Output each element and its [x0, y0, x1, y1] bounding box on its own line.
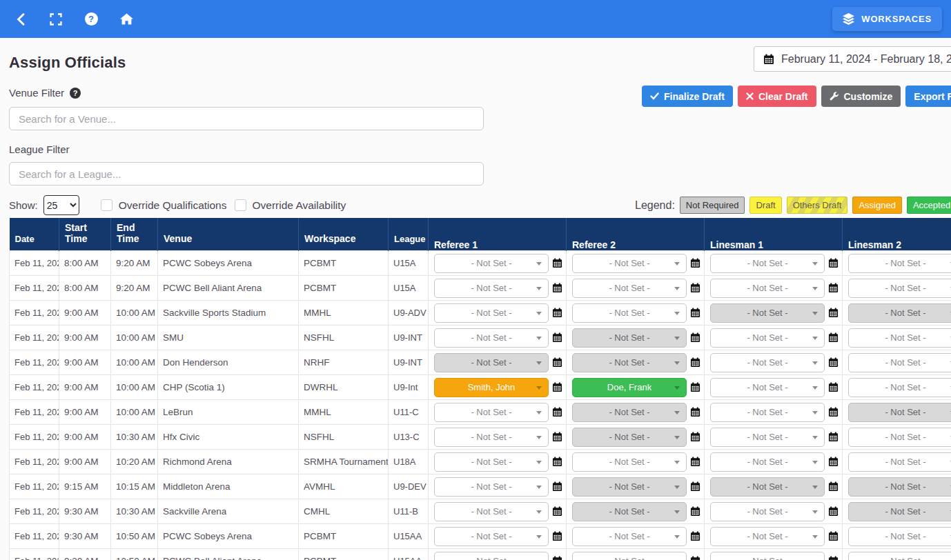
- calendar-icon[interactable]: [552, 283, 563, 294]
- official-select[interactable]: - Not Set -: [710, 527, 825, 546]
- calendar-icon[interactable]: [690, 407, 701, 418]
- calendar-icon[interactable]: [552, 432, 563, 443]
- official-select[interactable]: - Not Set -: [434, 452, 549, 472]
- calendar-icon[interactable]: [552, 332, 563, 343]
- workspaces-button[interactable]: WORKSPACES: [832, 7, 942, 31]
- calendar-icon[interactable]: [552, 531, 563, 542]
- home-icon[interactable]: [118, 11, 135, 28]
- calendar-icon[interactable]: [690, 332, 701, 343]
- official-select[interactable]: - Not Set -: [434, 328, 549, 348]
- official-select[interactable]: - Not Set -: [434, 254, 549, 273]
- calendar-icon[interactable]: [552, 357, 563, 368]
- official-select: - Not Set -: [848, 502, 951, 521]
- official-select-value: - Not Set -: [609, 457, 649, 467]
- official-select[interactable]: - Not Set -: [848, 279, 951, 298]
- calendar-icon[interactable]: [690, 481, 701, 492]
- calendar-icon[interactable]: [690, 357, 701, 368]
- override-qualifications-checkbox[interactable]: [101, 199, 112, 211]
- finalize-draft-button[interactable]: Finalize Draft: [642, 86, 733, 107]
- official-select[interactable]: - Not Set -: [848, 353, 951, 372]
- calendar-icon[interactable]: [690, 308, 701, 319]
- official-select[interactable]: - Not Set -: [710, 452, 825, 472]
- calendar-icon[interactable]: [690, 531, 701, 542]
- calendar-icon[interactable]: [828, 258, 839, 269]
- official-select[interactable]: - Not Set -: [572, 254, 687, 273]
- official-select[interactable]: - Not Set -: [848, 452, 951, 472]
- export-full-report-button[interactable]: Export Full Re: [905, 86, 951, 107]
- calendar-icon[interactable]: [552, 556, 563, 560]
- cell-venue: Richmond Arena: [158, 450, 299, 474]
- calendar-icon[interactable]: [828, 506, 839, 517]
- calendar-icon[interactable]: [552, 481, 563, 492]
- calendar-icon[interactable]: [690, 258, 701, 269]
- official-select[interactable]: - Not Set -: [572, 552, 687, 560]
- official-select[interactable]: - Not Set -: [434, 552, 549, 560]
- date-range-picker[interactable]: February 11, 2024 - February 18, 20: [754, 46, 951, 72]
- calendar-icon[interactable]: [828, 432, 839, 443]
- calendar-icon[interactable]: [690, 283, 701, 294]
- cell-end-time: 10:30 AM: [111, 425, 158, 450]
- official-select[interactable]: - Not Set -: [848, 552, 951, 560]
- official-select[interactable]: - Not Set -: [710, 328, 825, 348]
- official-select: - Not Set -: [848, 303, 951, 323]
- calendar-icon[interactable]: [828, 481, 839, 492]
- cell-official: - Not Set -: [843, 549, 951, 560]
- calendar-icon[interactable]: [828, 283, 839, 294]
- official-select[interactable]: - Not Set -: [710, 428, 825, 447]
- official-select[interactable]: - Not Set -: [434, 527, 549, 546]
- official-select[interactable]: - Not Set -: [710, 552, 825, 560]
- official-select[interactable]: Smith, John: [434, 378, 549, 397]
- calendar-icon[interactable]: [828, 407, 839, 418]
- official-select[interactable]: - Not Set -: [710, 403, 825, 422]
- calendar-icon[interactable]: [552, 407, 563, 418]
- calendar-icon[interactable]: [552, 258, 563, 269]
- official-select[interactable]: - Not Set -: [848, 527, 951, 546]
- calendar-icon[interactable]: [552, 457, 563, 468]
- calendar-icon[interactable]: [828, 357, 839, 368]
- official-select[interactable]: - Not Set -: [572, 527, 687, 546]
- calendar-icon[interactable]: [552, 382, 563, 393]
- official-select[interactable]: - Not Set -: [572, 452, 687, 472]
- override-availability-checkbox[interactable]: [235, 199, 246, 211]
- official-select[interactable]: - Not Set -: [848, 254, 951, 273]
- customize-button[interactable]: Customize: [821, 86, 901, 107]
- calendar-icon[interactable]: [828, 382, 839, 393]
- official-select[interactable]: - Not Set -: [710, 353, 825, 372]
- official-select[interactable]: - Not Set -: [848, 378, 951, 397]
- help-icon[interactable]: ?: [83, 11, 99, 28]
- official-select[interactable]: - Not Set -: [710, 502, 825, 521]
- calendar-icon[interactable]: [828, 556, 839, 560]
- official-select[interactable]: - Not Set -: [434, 303, 549, 323]
- official-select[interactable]: - Not Set -: [710, 254, 825, 273]
- calendar-icon[interactable]: [552, 506, 563, 517]
- calendar-icon[interactable]: [690, 457, 701, 468]
- official-select[interactable]: - Not Set -: [572, 279, 687, 298]
- show-page-size-select[interactable]: 25: [43, 195, 79, 215]
- league-search-input[interactable]: [9, 162, 484, 186]
- official-select[interactable]: - Not Set -: [434, 428, 549, 447]
- calendar-icon[interactable]: [690, 382, 701, 393]
- calendar-icon[interactable]: [690, 556, 701, 560]
- venue-search-input[interactable]: [9, 107, 484, 130]
- calendar-icon[interactable]: [828, 457, 839, 468]
- venue-help-icon[interactable]: ?: [70, 88, 81, 99]
- official-select[interactable]: - Not Set -: [710, 279, 825, 298]
- fullscreen-icon[interactable]: [48, 11, 64, 28]
- official-select[interactable]: - Not Set -: [434, 279, 549, 298]
- clear-draft-button[interactable]: Clear Draft: [738, 86, 816, 107]
- official-select[interactable]: - Not Set -: [434, 502, 549, 521]
- official-select[interactable]: Doe, Frank: [572, 378, 687, 397]
- calendar-icon[interactable]: [552, 308, 563, 319]
- calendar-icon[interactable]: [828, 332, 839, 343]
- back-icon[interactable]: [12, 11, 29, 28]
- official-select[interactable]: - Not Set -: [434, 477, 549, 497]
- official-select[interactable]: - Not Set -: [848, 328, 951, 348]
- calendar-icon[interactable]: [690, 506, 701, 517]
- calendar-icon[interactable]: [828, 531, 839, 542]
- calendar-icon[interactable]: [690, 432, 701, 443]
- calendar-icon[interactable]: [828, 308, 839, 319]
- official-select[interactable]: - Not Set -: [572, 303, 687, 323]
- official-select[interactable]: - Not Set -: [848, 428, 951, 447]
- official-select[interactable]: - Not Set -: [434, 403, 549, 422]
- official-select[interactable]: - Not Set -: [710, 378, 825, 397]
